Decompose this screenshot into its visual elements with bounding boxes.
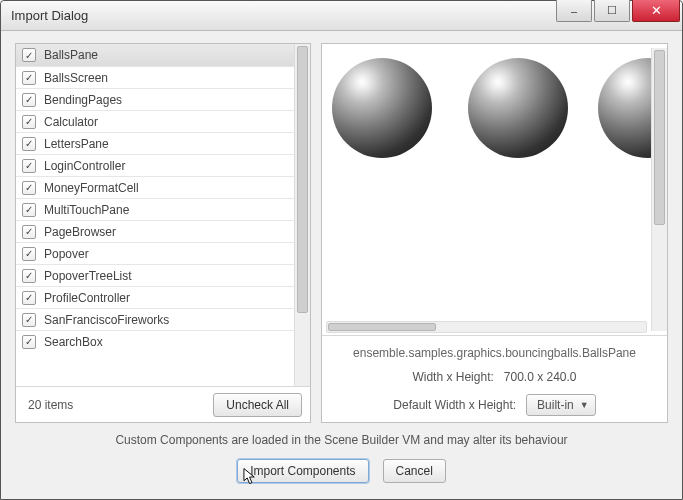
default-size-value: Built-in <box>537 398 574 412</box>
preview-area <box>322 44 667 335</box>
list-item-label: ProfileController <box>44 291 130 305</box>
list-item-label: Popover <box>44 247 89 261</box>
component-list-scroll: ✓BallsPane✓BallsScreen✓BendingPages✓Calc… <box>16 44 310 386</box>
component-list-panel: ✓BallsPane✓BallsScreen✓BendingPages✓Calc… <box>15 43 311 423</box>
default-size-row: Default Width x Height: Built-in ▼ <box>393 394 595 416</box>
item-count: 20 items <box>24 398 205 412</box>
checkbox[interactable]: ✓ <box>22 291 36 305</box>
list-item-label: Calculator <box>44 115 98 129</box>
list-item-label: PopoverTreeList <box>44 269 132 283</box>
list-item[interactable]: ✓MultiTouchPane <box>16 198 310 220</box>
list-item[interactable]: ✓BallsScreen <box>16 66 310 88</box>
footer-note: Custom Components are loaded in the Scen… <box>15 431 668 447</box>
list-item-label: MoneyFormatCell <box>44 181 139 195</box>
checkbox[interactable]: ✓ <box>22 137 36 151</box>
uncheck-all-button[interactable]: Uncheck All <box>213 393 302 417</box>
close-icon: ✕ <box>651 3 662 18</box>
window-buttons: – ☐ ✕ <box>556 1 682 30</box>
size-row: Width x Height: 700.0 x 240.0 <box>412 370 576 384</box>
list-item[interactable]: ✓BallsPane <box>16 44 310 66</box>
close-button[interactable]: ✕ <box>632 0 680 22</box>
size-value: 700.0 x 240.0 <box>504 370 577 384</box>
checkbox[interactable]: ✓ <box>22 335 36 349</box>
window-title: Import Dialog <box>11 8 556 23</box>
list-item[interactable]: ✓BendingPages <box>16 88 310 110</box>
checkbox[interactable]: ✓ <box>22 225 36 239</box>
preview-info: ensemble.samples.graphics.bouncingballs.… <box>322 335 667 422</box>
default-size-label: Default Width x Height: <box>393 398 516 412</box>
cancel-button[interactable]: Cancel <box>383 459 446 483</box>
maximize-icon: ☐ <box>607 4 617 17</box>
list-item[interactable]: ✓Popover <box>16 242 310 264</box>
default-size-dropdown[interactable]: Built-in ▼ <box>526 394 596 416</box>
preview-scrollbar-vertical[interactable] <box>651 48 667 331</box>
list-item[interactable]: ✓MoneyFormatCell <box>16 176 310 198</box>
checkbox[interactable]: ✓ <box>22 71 36 85</box>
ball-graphic <box>468 58 568 158</box>
checkbox[interactable]: ✓ <box>22 269 36 283</box>
checkbox[interactable]: ✓ <box>22 181 36 195</box>
checkbox[interactable]: ✓ <box>22 93 36 107</box>
list-item-label: SanFranciscoFireworks <box>44 313 169 327</box>
maximize-button[interactable]: ☐ <box>594 0 630 22</box>
import-dialog-window: Import Dialog – ☐ ✕ ✓BallsPane✓BallsScre… <box>0 0 683 500</box>
minimize-button[interactable]: – <box>556 0 592 22</box>
list-item-label: PageBrowser <box>44 225 116 239</box>
class-path: ensemble.samples.graphics.bouncingballs.… <box>353 346 636 360</box>
list-item[interactable]: ✓LettersPane <box>16 132 310 154</box>
action-buttons: Import Components Cancel <box>15 455 668 487</box>
panels: ✓BallsPane✓BallsScreen✓BendingPages✓Calc… <box>15 43 668 423</box>
list-item[interactable]: ✓SearchBox <box>16 330 310 352</box>
list-scrollbar-vertical[interactable] <box>294 44 310 386</box>
scrollbar-thumb[interactable] <box>297 46 308 313</box>
checkbox[interactable]: ✓ <box>22 115 36 129</box>
checkbox[interactable]: ✓ <box>22 247 36 261</box>
preview-scrollbar-horizontal[interactable] <box>326 321 647 333</box>
list-item[interactable]: ✓PopoverTreeList <box>16 264 310 286</box>
list-item[interactable]: ✓ProfileController <box>16 286 310 308</box>
list-item-label: MultiTouchPane <box>44 203 129 217</box>
ball-graphic <box>332 58 432 158</box>
size-label: Width x Height: <box>412 370 493 384</box>
minimize-icon: – <box>571 5 577 17</box>
list-item[interactable]: ✓SanFranciscoFireworks <box>16 308 310 330</box>
list-item[interactable]: ✓PageBrowser <box>16 220 310 242</box>
scrollbar-thumb[interactable] <box>328 323 436 331</box>
list-item-label: BendingPages <box>44 93 122 107</box>
list-item-label: LoginController <box>44 159 125 173</box>
checkbox[interactable]: ✓ <box>22 48 36 62</box>
list-item[interactable]: ✓LoginController <box>16 154 310 176</box>
preview-panel: ensemble.samples.graphics.bouncingballs.… <box>321 43 668 423</box>
list-item-label: BallsPane <box>44 48 98 62</box>
preview-surface <box>322 44 667 335</box>
checkbox[interactable]: ✓ <box>22 159 36 173</box>
list-item-label: BallsScreen <box>44 71 108 85</box>
chevron-down-icon: ▼ <box>580 400 589 410</box>
import-components-button[interactable]: Import Components <box>237 459 368 483</box>
scrollbar-thumb[interactable] <box>654 50 665 225</box>
dialog-content: ✓BallsPane✓BallsScreen✓BendingPages✓Calc… <box>1 31 682 499</box>
titlebar[interactable]: Import Dialog – ☐ ✕ <box>1 1 682 31</box>
component-list[interactable]: ✓BallsPane✓BallsScreen✓BendingPages✓Calc… <box>16 44 310 386</box>
checkbox[interactable]: ✓ <box>22 203 36 217</box>
list-item-label: SearchBox <box>44 335 103 349</box>
list-footer: 20 items Uncheck All <box>16 386 310 422</box>
list-item[interactable]: ✓Calculator <box>16 110 310 132</box>
checkbox[interactable]: ✓ <box>22 313 36 327</box>
list-item-label: LettersPane <box>44 137 109 151</box>
